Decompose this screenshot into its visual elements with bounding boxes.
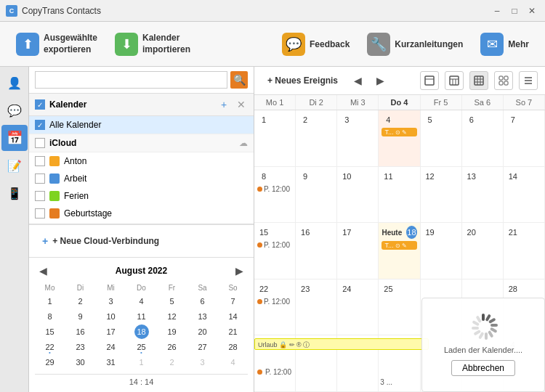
mini-cal-day-16[interactable]: 16 [73,324,88,339]
add-cloud-button[interactable]: + + Neue Cloud-Verbindung [35,231,248,251]
mini-cal-day-5[interactable]: 5 [165,294,179,309]
view-list-button[interactable] [519,71,538,90]
cal-cell-2-4[interactable]: 11 [379,167,420,223]
sidebar-notes-icon[interactable]: 📝 [1,152,28,179]
mini-cal-day-6[interactable]: 6 [195,294,210,309]
cal-cell-3-4-today[interactable]: Heute 18 T... ⊙ ✎ [379,223,420,279]
icloud-checkbox[interactable] [35,138,45,148]
mini-cal-day-11[interactable]: 11 [134,309,149,324]
view-year-button[interactable] [494,71,513,90]
calendar-item-anton[interactable]: Anton [29,152,254,170]
cal-cell-2-1[interactable]: 8 P. 12:00 [254,167,296,223]
mini-cal-day-23[interactable]: 23 [73,340,88,354]
mini-cal-day-29[interactable]: 29 [43,355,57,369]
cal-cell-2-6[interactable]: 13 [462,167,504,223]
p1200-row2[interactable]: P. 12:00 [257,185,292,193]
mini-cal-prev[interactable]: ◀ [35,264,52,278]
arbeit-checkbox[interactable] [35,173,45,184]
mini-cal-day-sep1[interactable]: 1 [134,355,149,369]
mini-cal-day-8[interactable]: 8 [43,309,57,324]
cal-cell-4-3[interactable]: 24 [337,279,379,335]
urlaub-bar[interactable]: Urlaub 🔒 ✏ ® ⓘ [254,338,429,350]
cal-cell-3-5[interactable]: 19 [421,223,462,279]
geburtstage-checkbox[interactable] [35,208,45,219]
sidebar-person-icon[interactable]: 👤 [1,70,28,96]
mini-cal-day-19[interactable]: 19 [165,324,179,339]
mini-cal-day-24[interactable]: 24 [104,340,118,354]
cal-cell-3-2[interactable]: 16 [296,223,337,279]
calendar-item-arbeit[interactable]: Arbeit [29,170,254,187]
mini-cal-day-28[interactable]: 28 [226,340,241,354]
abort-button[interactable]: Abbrechen [451,360,515,376]
p1200-row4[interactable]: P. 12:00 [257,298,292,306]
calendar-prev-button[interactable]: ◀ [350,73,366,88]
cal-cell-1-7[interactable]: 7 [504,110,545,166]
mini-cal-day-1[interactable]: 1 [43,294,57,309]
mini-cal-next[interactable]: ▶ [231,264,248,278]
sidebar-chat-icon[interactable]: 💬 [1,97,28,123]
event-t-row3[interactable]: T... ⊙ ✎ [382,241,416,250]
mini-cal-day-12[interactable]: 12 [165,309,179,324]
mini-cal-day-sep4[interactable]: 4 [226,355,241,369]
import-button[interactable]: ⬇ Kalenderimportieren [106,28,199,60]
mini-cal-day-9[interactable]: 9 [73,309,88,324]
all-calendars-item[interactable]: ✓ Alle Kalender [29,116,254,134]
cal-cell-3-1[interactable]: 15 P. 12:00 [254,223,296,279]
cal-cell-2-5[interactable]: 12 [421,167,462,223]
cal-cell-2-7[interactable]: 14 [504,167,545,223]
mini-cal-day-3[interactable]: 3 [104,294,118,309]
mini-cal-day-sep3[interactable]: 3 [195,355,210,369]
mini-cal-day-26[interactable]: 26 [165,340,179,354]
view-day-button[interactable] [420,71,439,90]
feedback-button[interactable]: 💬 Feedback [273,28,358,60]
cal-cell-1-5[interactable]: 5 [421,110,462,166]
more-button[interactable]: ✉ Mehr [472,28,538,60]
search-input[interactable] [35,71,227,89]
mini-cal-day-13[interactable]: 13 [195,309,210,324]
sidebar-calendar-icon[interactable]: 📅 [1,125,28,151]
mini-cal-day-20[interactable]: 20 [195,324,210,339]
cal-cell-1-6[interactable]: 6 [462,110,504,166]
cal-cell-4-4[interactable]: 25 [379,279,420,335]
mini-cal-day-4[interactable]: 4 [134,294,149,309]
view-month-button[interactable] [469,71,488,90]
export-button[interactable]: ⬆ Ausgewählteexportieren [7,28,106,60]
anton-checkbox[interactable] [35,156,45,166]
mini-cal-day-7[interactable]: 7 [226,294,241,309]
cal-cell-1-4[interactable]: 4 T... ⊙ ✎ [379,110,420,166]
cal-cell-1-3[interactable]: 3 [337,110,379,166]
cal-cell-4-2[interactable]: 23 [296,279,337,335]
cal-cell-2-2[interactable]: 9 [296,167,337,223]
help-button[interactable]: 🔧 Kurzanleitungen [358,28,472,60]
calendar-item-ferien[interactable]: Ferien [29,187,254,205]
mini-cal-day-14[interactable]: 14 [226,309,241,324]
mini-cal-day-31[interactable]: 31 [104,355,118,369]
search-button[interactable]: 🔍 [230,71,248,89]
sidebar-phone-icon[interactable]: 📱 [1,180,28,206]
cal-cell-4-1[interactable]: 22 P. 12:00 [254,279,296,335]
p1200-row3[interactable]: P. 12:00 [257,241,292,249]
mini-cal-day-2[interactable]: 2 [73,294,88,309]
cal-cell-3-7[interactable]: 21 [504,223,545,279]
mini-cal-day-21[interactable]: 21 [226,324,241,339]
add-calendar-button[interactable]: + [217,98,230,111]
mini-cal-day-30[interactable]: 30 [73,355,88,369]
event-t-row1[interactable]: T... ⊙ ✎ [382,128,416,136]
cal-cell-1-1[interactable]: 1 [254,110,296,166]
calendar-item-geburtstage[interactable]: Geburtstage [29,205,254,222]
p1200-row5[interactable]: P. 12:00 [257,368,291,376]
cal-cell-3-6[interactable]: 20 [462,223,504,279]
cal-cell-2-3[interactable]: 10 [337,167,379,223]
close-button[interactable]: ✕ [525,4,539,18]
maximize-button[interactable]: □ [507,4,522,18]
view-week-button[interactable] [445,71,464,90]
cal-cell-3-3[interactable]: 17 [337,223,379,279]
all-checkbox[interactable]: ✓ [35,120,45,130]
all-calendars-checkbox[interactable]: ✓ [35,99,45,110]
mini-cal-day-22[interactable]: 22• [43,340,57,354]
cal-cell-1-2[interactable]: 2 [296,110,337,166]
mini-cal-day-10[interactable]: 10 [104,309,118,324]
mini-cal-day-sep2[interactable]: 2 [165,355,179,369]
mini-cal-day-27[interactable]: 27 [195,340,210,354]
calendar-next-button[interactable]: ▶ [372,73,389,88]
